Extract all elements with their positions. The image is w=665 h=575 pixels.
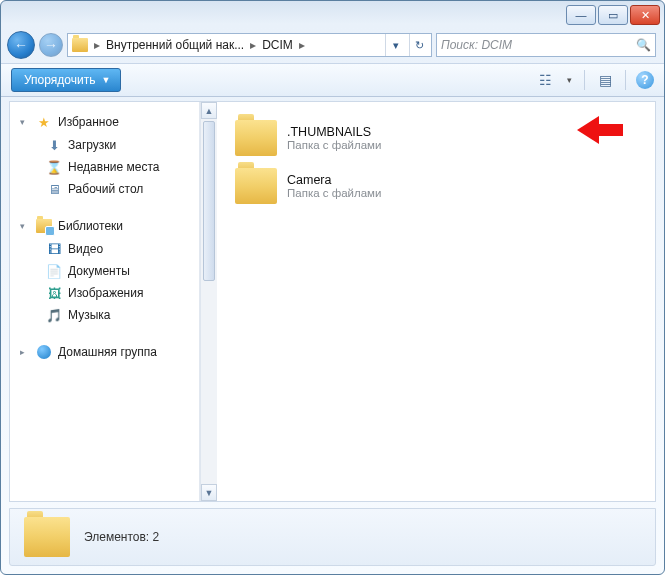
desktop-icon: 🖥: [46, 181, 62, 197]
libraries-items: 🎞 Видео 📄 Документы 🖼 Изображения 🎵 Музы…: [10, 238, 199, 326]
chevron-right-icon: ▸: [92, 38, 102, 52]
breadcrumb-part[interactable]: DCIM: [262, 38, 293, 52]
view-options-button[interactable]: ☷: [535, 70, 555, 90]
search-icon[interactable]: 🔍: [636, 38, 651, 52]
scroll-thumb[interactable]: [203, 121, 215, 281]
preview-pane-button[interactable]: ▤: [595, 70, 615, 90]
search-placeholder: Поиск: DCIM: [441, 38, 512, 52]
sidebar-item-downloads[interactable]: ⬇ Загрузки: [40, 134, 199, 156]
body: ▾ ★ Избранное ⬇ Загрузки ⌛ Недавние мест…: [9, 101, 656, 502]
sidebar-item-video[interactable]: 🎞 Видео: [40, 238, 199, 260]
sidebar-group-homegroup[interactable]: ▸ Домашняя группа: [10, 340, 199, 364]
chevron-down-icon[interactable]: ▾: [565, 75, 574, 85]
sidebar-group-label: Домашняя группа: [58, 345, 157, 359]
recent-icon: ⌛: [46, 159, 62, 175]
chevron-down-icon: ▾: [20, 221, 30, 231]
scroll-down-button[interactable]: ▼: [201, 484, 217, 501]
status-text: Элементов: 2: [84, 530, 159, 544]
music-icon: 🎵: [46, 307, 62, 323]
chevron-down-icon: ▼: [101, 75, 110, 85]
separator: [584, 70, 585, 90]
folder-icon: [235, 120, 277, 156]
nav-back-button[interactable]: ←: [7, 31, 35, 59]
sidebar-item-label: Музыка: [68, 308, 110, 322]
scroll-up-button[interactable]: ▲: [201, 102, 217, 119]
star-icon: ★: [36, 114, 52, 130]
organize-button[interactable]: Упорядочить ▼: [11, 68, 121, 92]
chevron-right-icon: ▸: [20, 347, 30, 357]
nav-forward-button[interactable]: →: [39, 33, 63, 57]
help-button[interactable]: ?: [636, 71, 654, 89]
folder-icon: [24, 517, 70, 557]
folder-item-camera[interactable]: Camera Папка с файлами: [227, 162, 645, 210]
sidebar-group-label: Избранное: [58, 115, 119, 129]
sidebar-item-label: Изображения: [68, 286, 143, 300]
scroll-track[interactable]: [201, 119, 217, 484]
download-icon: ⬇: [46, 137, 62, 153]
annotation-arrow: [577, 116, 623, 144]
sidebar-item-recent[interactable]: ⌛ Недавние места: [40, 156, 199, 178]
sidebar-item-label: Документы: [68, 264, 130, 278]
libraries-icon: [36, 218, 52, 234]
breadcrumb-part[interactable]: Внутренний общий нак...: [106, 38, 244, 52]
picture-icon: 🖼: [46, 285, 62, 301]
address-bar[interactable]: ▸ Внутренний общий нак... ▸ DCIM ▸ ▾ ↻: [67, 33, 432, 57]
sidebar-item-label: Видео: [68, 242, 103, 256]
sidebar: ▾ ★ Избранное ⬇ Загрузки ⌛ Недавние мест…: [10, 102, 200, 501]
address-row: ← → ▸ Внутренний общий нак... ▸ DCIM ▸ ▾…: [1, 29, 664, 63]
toolbar: Упорядочить ▼ ☷ ▾ ▤ ?: [1, 63, 664, 97]
sidebar-item-pictures[interactable]: 🖼 Изображения: [40, 282, 199, 304]
sidebar-item-label: Загрузки: [68, 138, 116, 152]
address-dropdown-button[interactable]: ▾: [385, 34, 405, 56]
sidebar-item-label: Рабочий стол: [68, 182, 143, 196]
folder-name: .THUMBNAILS: [287, 125, 381, 139]
sidebar-item-documents[interactable]: 📄 Документы: [40, 260, 199, 282]
sidebar-scrollbar[interactable]: ▲ ▼: [200, 102, 217, 501]
folder-icon: [235, 168, 277, 204]
sidebar-group-libraries[interactable]: ▾ Библиотеки: [10, 214, 199, 238]
sidebar-item-label: Недавние места: [68, 160, 159, 174]
organize-label: Упорядочить: [24, 73, 95, 87]
sidebar-group-label: Библиотеки: [58, 219, 123, 233]
folder-content[interactable]: .THUMBNAILS Папка с файлами Camera Папка…: [217, 102, 655, 501]
document-icon: 📄: [46, 263, 62, 279]
refresh-button[interactable]: ↻: [409, 34, 429, 56]
explorer-window: — ▭ ✕ ← → ▸ Внутренний общий нак... ▸ DC…: [0, 0, 665, 575]
chevron-right-icon: ▸: [297, 38, 307, 52]
folder-name: Camera: [287, 173, 381, 187]
search-input[interactable]: Поиск: DCIM 🔍: [436, 33, 656, 57]
sidebar-group-favorites[interactable]: ▾ ★ Избранное: [10, 110, 199, 134]
titlebar: — ▭ ✕: [1, 1, 664, 29]
homegroup-icon: [36, 344, 52, 360]
sidebar-item-desktop[interactable]: 🖥 Рабочий стол: [40, 178, 199, 200]
separator: [625, 70, 626, 90]
chevron-down-icon: ▾: [20, 117, 30, 127]
status-bar: Элементов: 2: [9, 508, 656, 566]
minimize-button[interactable]: —: [566, 5, 596, 25]
sidebar-item-music[interactable]: 🎵 Музыка: [40, 304, 199, 326]
folder-type: Папка с файлами: [287, 139, 381, 151]
folder-icon: [72, 38, 88, 52]
chevron-right-icon: ▸: [248, 38, 258, 52]
folder-type: Папка с файлами: [287, 187, 381, 199]
favorites-items: ⬇ Загрузки ⌛ Недавние места 🖥 Рабочий ст…: [10, 134, 199, 200]
video-icon: 🎞: [46, 241, 62, 257]
toolbar-right: ☷ ▾ ▤ ?: [535, 70, 654, 90]
maximize-button[interactable]: ▭: [598, 5, 628, 25]
close-button[interactable]: ✕: [630, 5, 660, 25]
